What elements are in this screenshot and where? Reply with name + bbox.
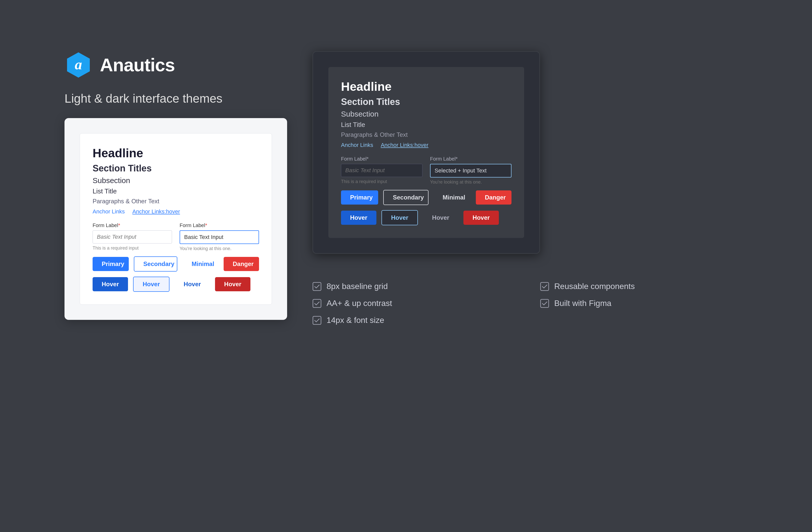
dark-primary-hover-button[interactable]: Hover: [341, 211, 376, 225]
feature-item-2: AA+ & up contrast: [313, 299, 520, 308]
dark-btn-row-2: Hover Hover Hover Hover: [341, 210, 511, 225]
svg-rect-5: [540, 299, 549, 308]
light-danger-hover-button[interactable]: Hover: [215, 277, 250, 291]
left-column: a Anautics Light & dark interface themes…: [64, 51, 292, 320]
dark-primary-button[interactable]: Primary: [341, 190, 378, 205]
svg-rect-3: [540, 282, 549, 291]
dark-form-help-2: You're looking at this one.: [430, 179, 511, 185]
dark-card-inner: Headline Section Titles Subsection List …: [328, 67, 524, 238]
dark-card: Headline Section Titles Subsection List …: [313, 51, 540, 254]
features-section: 8px baseline grid Reusable components AA…: [313, 282, 748, 325]
dark-minimal-button[interactable]: Minimal: [434, 190, 471, 205]
dark-form-input-2[interactable]: [430, 164, 511, 177]
dark-secondary-hover-button[interactable]: Hover: [381, 210, 418, 225]
feature-text-0: 8px baseline grid: [327, 282, 388, 291]
tagline: Light & dark interface themes: [64, 91, 292, 105]
logo-icon: a: [64, 51, 92, 79]
feature-text-1: Reusable components: [554, 282, 635, 291]
feature-item-3: Built with Figma: [540, 299, 748, 308]
svg-text:a: a: [75, 56, 82, 73]
feature-text-2: AA+ & up contrast: [327, 299, 392, 308]
dark-form-group-1: Form Label* This is a required input: [341, 156, 422, 185]
anchor-link-hover[interactable]: Anchor Links:hover: [132, 208, 180, 215]
dark-minimal-hover-button[interactable]: Hover: [423, 211, 458, 225]
anchor-link-normal[interactable]: Anchor Links: [92, 208, 125, 215]
light-secondary-hover-button[interactable]: Hover: [133, 277, 170, 292]
light-subsection: Subsection: [92, 176, 259, 185]
dark-subsection: Subsection: [341, 110, 511, 118]
check-icon-0: [313, 282, 321, 291]
light-primary-hover-button[interactable]: Hover: [92, 277, 128, 291]
light-form-label-2: Form Label*: [179, 222, 259, 228]
dark-list-title: List Title: [341, 121, 511, 129]
light-form-row: Form Label* This is a required input For…: [92, 222, 259, 251]
feature-text-3: Built with Figma: [554, 299, 611, 308]
dark-form-row: Form Label* This is a required input For…: [341, 156, 511, 185]
light-form-group-2: Form Label* You're looking at this one.: [179, 222, 259, 251]
dark-secondary-button[interactable]: Secondary: [383, 190, 429, 205]
feature-item-0: 8px baseline grid: [313, 282, 520, 291]
dark-danger-hover-button[interactable]: Hover: [463, 211, 499, 225]
brand-area: a Anautics: [64, 51, 292, 79]
dark-headline: Headline: [341, 80, 511, 93]
check-icon-2: [313, 299, 321, 308]
light-paragraph: Paragraphs & Other Text: [92, 198, 259, 205]
dark-form-group-2: Form Label* You're looking at this one.: [430, 156, 511, 185]
check-icon-4: [313, 316, 321, 325]
main-container: a Anautics Light & dark interface themes…: [39, 26, 773, 506]
light-primary-button[interactable]: Primary: [92, 257, 129, 271]
light-btn-row-1: Primary Secondary Minimal Danger: [92, 256, 259, 271]
dark-anchor-row: Anchor Links Anchor Links:hover: [341, 142, 511, 148]
svg-rect-4: [313, 299, 321, 308]
light-form-input-2[interactable]: [179, 230, 259, 244]
svg-rect-6: [313, 316, 321, 324]
dark-form-label-2: Form Label*: [430, 156, 511, 162]
light-minimal-button[interactable]: Minimal: [183, 257, 219, 271]
svg-rect-2: [313, 282, 321, 291]
feature-item-4: 14px & font size: [313, 315, 520, 325]
light-danger-button[interactable]: Danger: [223, 257, 259, 271]
dark-btn-row-1: Primary Secondary Minimal Danger: [341, 190, 511, 205]
light-btn-row-2: Hover Hover Hover Hover: [92, 277, 259, 292]
light-secondary-button[interactable]: Secondary: [134, 256, 177, 271]
light-form-help-1: This is a required input: [92, 246, 172, 251]
right-column: Headline Section Titles Subsection List …: [313, 51, 748, 325]
light-card-inner: Headline Section Titles Subsection List …: [80, 133, 272, 305]
light-form-input-1[interactable]: [92, 230, 172, 243]
light-list-title: List Title: [92, 187, 259, 195]
dark-danger-button[interactable]: Danger: [476, 190, 511, 205]
light-form-group-1: Form Label* This is a required input: [92, 222, 172, 251]
feature-item-1: Reusable components: [540, 282, 748, 291]
brand-name: Anautics: [100, 55, 175, 75]
dark-paragraph: Paragraphs & Other Text: [341, 131, 511, 138]
light-form-help-2: You're looking at this one.: [179, 246, 259, 251]
dark-form-label-1: Form Label*: [341, 156, 422, 162]
dark-section-titles: Section Titles: [341, 97, 511, 107]
light-form-label-1: Form Label*: [92, 222, 172, 228]
dark-form-input-1[interactable]: [341, 164, 422, 177]
check-icon-1: [540, 282, 549, 291]
dark-form-help-1: This is a required input: [341, 179, 422, 184]
light-minimal-hover-button[interactable]: Hover: [175, 277, 210, 291]
light-headline: Headline: [92, 146, 259, 160]
feature-text-4: 14px & font size: [327, 315, 384, 325]
dark-anchor-hover[interactable]: Anchor Links:hover: [381, 142, 428, 148]
light-section-titles: Section Titles: [92, 163, 259, 174]
dark-anchor-normal[interactable]: Anchor Links: [341, 142, 373, 148]
anchor-links-row: Anchor Links Anchor Links:hover: [92, 208, 259, 215]
check-icon-3: [540, 299, 549, 308]
light-card: Headline Section Titles Subsection List …: [64, 118, 287, 320]
